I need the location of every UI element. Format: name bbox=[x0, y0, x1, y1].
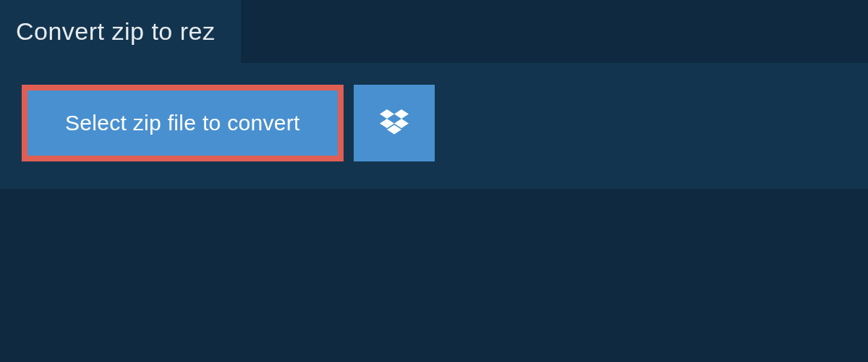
dropbox-icon bbox=[380, 109, 409, 137]
tab-label: Convert zip to rez bbox=[16, 17, 215, 45]
select-file-button[interactable]: Select zip file to convert bbox=[22, 85, 344, 161]
tab-bar: Convert zip to rez bbox=[0, 0, 868, 63]
tab-convert[interactable]: Convert zip to rez bbox=[0, 0, 241, 63]
button-row: Select zip file to convert bbox=[22, 85, 846, 161]
select-file-label: Select zip file to convert bbox=[65, 111, 300, 135]
content-panel: Select zip file to convert bbox=[0, 63, 868, 189]
dropbox-button[interactable] bbox=[354, 85, 435, 161]
